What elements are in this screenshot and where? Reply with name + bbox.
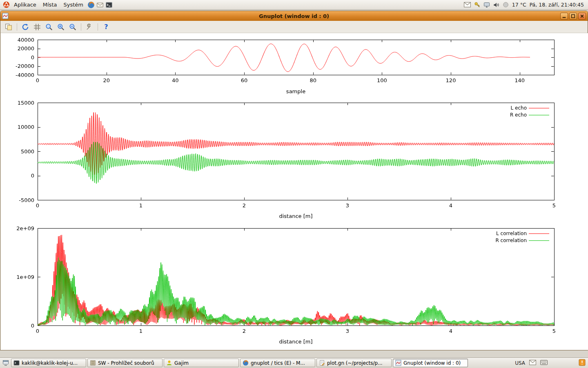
replot-icon[interactable] [21, 22, 30, 31]
gnuplot-icon [395, 360, 401, 366]
taskbar-item-firefox[interactable]: gnuplot / tics (E) - M... [240, 359, 315, 367]
minimize-button[interactable] [560, 13, 568, 20]
mail-launcher-icon[interactable] [96, 0, 105, 9]
terminal-icon [13, 360, 20, 366]
toolbar-separator [98, 23, 98, 31]
toolbar: ? [0, 21, 588, 33]
grid-toggle-icon[interactable] [33, 22, 42, 31]
key-icon[interactable] [474, 2, 480, 8]
help-icon[interactable]: ? [102, 22, 111, 31]
maximize-button[interactable] [569, 13, 577, 20]
chart-echo[interactable] [1, 99, 588, 223]
mail-notification-icon[interactable] [464, 2, 471, 7]
toolbar-separator [17, 23, 17, 31]
zoom-out-icon[interactable] [68, 22, 77, 31]
bottom-panel: kaklik@kaklik-kolej-u... SW - Prohlížeč … [0, 357, 588, 368]
taskbar-item-gnuplot[interactable]: Gnuplot (window id : 0) [393, 359, 468, 367]
menu-system-label: Systém [63, 2, 83, 8]
window-title: Gnuplot (window id : 0) [0, 13, 588, 19]
keyboard-layout-indicator[interactable]: USA [515, 360, 525, 366]
clock[interactable]: Pá, 18. září, 21:40:45 [530, 2, 584, 8]
toolbar-separator [81, 23, 81, 31]
configure-icon[interactable] [85, 22, 94, 31]
taskbar-item-terminal[interactable]: kaklik@kaklik-kolej-u... [11, 359, 86, 367]
titlebar[interactable]: Gnuplot (window id : 0) [0, 11, 588, 21]
mail-icon[interactable] [529, 360, 536, 366]
menu-applications-label: Aplikace [14, 2, 36, 8]
zoom-in-icon[interactable] [56, 22, 65, 31]
file-manager-icon [90, 360, 96, 366]
chart-pulse[interactable] [1, 33, 588, 99]
display-icon[interactable] [483, 2, 490, 8]
taskbar-item-label: kaklik@kaklik-kolej-u... [22, 360, 78, 366]
copy-to-clipboard-icon[interactable] [4, 22, 13, 31]
taskbar-item-label: SW - Prohlížeč souborů [98, 360, 154, 366]
update-notifier-icon[interactable] [579, 359, 586, 367]
chart-correlation[interactable] [1, 223, 588, 350]
firefox-launcher-icon[interactable] [87, 0, 96, 9]
taskbar-item-label: plot.gn (~/projects/p... [327, 360, 383, 366]
temperature-label[interactable]: 17 °C [512, 2, 526, 8]
volume-icon[interactable] [493, 2, 499, 8]
weather-icon[interactable] [503, 2, 509, 8]
taskbar-item-file-manager[interactable]: SW - Prohlížeč souborů [87, 359, 163, 367]
menu-system[interactable]: Systém [60, 1, 86, 9]
top-panel: Aplikace Místa Systém [0, 0, 588, 10]
zoom-previous-icon[interactable] [45, 22, 53, 31]
taskbar-item-label: gnuplot / tics (E) - M... [251, 360, 305, 366]
taskbar-item-label: Gajim [174, 360, 189, 366]
desktop: Aplikace Místa Systém [0, 0, 588, 368]
window-icon [2, 13, 9, 19]
terminal-launcher-icon[interactable] [105, 0, 114, 9]
taskbar-item-gajim[interactable]: Gajim [164, 359, 239, 367]
text-editor-icon [319, 360, 325, 366]
keyboard-icon[interactable] [540, 360, 548, 366]
menu-applications[interactable]: Aplikace [11, 1, 40, 9]
firefox-icon [243, 360, 249, 366]
show-desktop-icon[interactable] [2, 359, 10, 367]
gnuplot-window: Gnuplot (window id : 0) [0, 11, 588, 350]
plot-area [1, 33, 587, 350]
taskbar-item-label: Gnuplot (window id : 0) [403, 360, 461, 366]
gajim-icon [166, 360, 172, 366]
taskbar-item-editor[interactable]: plot.gn (~/projects/p... [316, 359, 392, 367]
close-button[interactable] [578, 13, 586, 20]
distributor-logo-icon[interactable] [2, 0, 11, 9]
menu-places-label: Místa [43, 2, 57, 8]
menu-places[interactable]: Místa [40, 1, 60, 9]
